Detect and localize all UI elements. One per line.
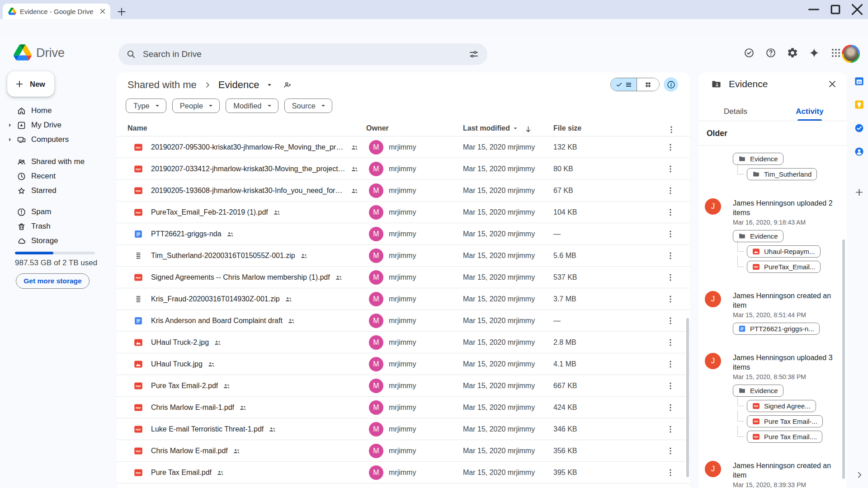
contacts-icon[interactable]: [854, 146, 864, 157]
row-more-options-icon[interactable]: [665, 164, 675, 174]
tasks-icon[interactable]: [854, 123, 864, 133]
activity-chip[interactable]: PDFPureTax_Email...: [747, 261, 821, 273]
row-more-options-icon[interactable]: [665, 316, 675, 326]
file-row[interactable]: PDFSigned Agreements -- Chris Marlow mem…: [117, 267, 690, 288]
new-button[interactable]: New: [7, 71, 54, 97]
filter-chip-source[interactable]: Source: [284, 99, 332, 113]
row-more-options-icon[interactable]: [665, 251, 675, 261]
window-minimize-button[interactable]: [803, 0, 825, 19]
file-row[interactable]: PDFPure Tax Email-2.pdfMmrjimmyMar 15, 2…: [117, 375, 690, 397]
file-row[interactable]: UHaul Truck-2.jpgMmrjimmyMar 15, 2020 mr…: [117, 332, 690, 353]
help-icon[interactable]: [765, 47, 777, 59]
file-name: Pure Tax Email-2.pdf: [151, 382, 218, 390]
grid-view-button[interactable]: [637, 78, 659, 91]
sidebar-item-trash[interactable]: Trash: [0, 219, 113, 234]
details-info-button[interactable]: [664, 77, 678, 92]
calendar-icon[interactable]: 31: [854, 76, 864, 86]
row-more-options-icon[interactable]: [665, 294, 675, 304]
breadcrumb-current-folder[interactable]: Evidence: [218, 79, 259, 91]
expand-chevron-icon[interactable]: [6, 122, 14, 129]
tab-activity[interactable]: Activity: [773, 102, 847, 121]
file-row[interactable]: Kris Anderson and Board Complaint draftM…: [117, 310, 690, 332]
row-more-options-icon[interactable]: [665, 424, 675, 434]
file-row[interactable]: PDFPure Tax Email.pdfMmrjimmyMar 15, 202…: [117, 462, 690, 483]
window-close-button[interactable]: [846, 0, 868, 19]
list-view-button[interactable]: [611, 78, 637, 91]
sidebar-item-home[interactable]: Home: [0, 103, 113, 118]
row-more-options-icon[interactable]: [665, 359, 675, 369]
file-row[interactable]: PDF20190205-193608-jhmarlow-kriskat30-In…: [117, 180, 690, 202]
row-more-options-icon[interactable]: [665, 207, 675, 217]
sort-direction-icon[interactable]: [524, 125, 533, 134]
account-avatar[interactable]: [842, 45, 860, 63]
row-more-options-icon[interactable]: [665, 338, 675, 347]
column-header-name[interactable]: Name: [127, 124, 147, 132]
activity-chip[interactable]: PDFPure Tax Email-...: [747, 415, 823, 427]
row-more-options-icon[interactable]: [665, 403, 675, 413]
sidebar-item-recent[interactable]: Recent: [0, 169, 113, 183]
apps-grid-icon[interactable]: [830, 47, 842, 59]
sidebar-item-shared-with-me[interactable]: Shared with me: [0, 155, 113, 169]
last-modified: Mar 15, 2020 mrjimmy: [463, 440, 535, 462]
row-more-options-icon[interactable]: [665, 468, 675, 478]
row-more-options-icon[interactable]: [665, 272, 675, 282]
tab-details[interactable]: Details: [698, 102, 773, 121]
row-more-options-icon[interactable]: [665, 381, 675, 391]
file-name: 20190205-193608-jhmarlow-kriskat30-Info_…: [151, 187, 346, 195]
search-options-icon[interactable]: [468, 49, 479, 60]
activity-chip[interactable]: PTT26621-griggs-n...: [733, 323, 820, 335]
activity-chip[interactable]: Uhaul-Repaym...: [747, 245, 821, 258]
row-more-options-icon[interactable]: [665, 446, 675, 456]
sidebar-item-spam[interactable]: Spam: [0, 205, 113, 219]
activity-chip[interactable]: PDFPure Tax Email....: [747, 431, 822, 443]
file-row[interactable]: PDFChris Marlow E-mail-1.pdfMmrjimmyMar …: [117, 397, 690, 418]
row-more-options-icon[interactable]: [665, 229, 675, 239]
window-maximize-button[interactable]: [825, 0, 846, 19]
row-more-options-icon[interactable]: [665, 142, 675, 152]
breadcrumb-shared-with-me[interactable]: Shared with me: [127, 79, 197, 91]
file-row[interactable]: PDFPureTax_Email_Feb-21-2019 (1).pdfMmrj…: [117, 202, 690, 223]
file-row[interactable]: PTT26621-griggs-ndaMmrjimmyMar 15, 2020 …: [117, 223, 690, 245]
hide-side-panel-icon[interactable]: [854, 470, 864, 480]
get-more-storage-button[interactable]: Get more storage: [16, 273, 90, 289]
settings-icon[interactable]: [787, 47, 798, 59]
gemini-icon[interactable]: [808, 47, 820, 59]
filter-chip-modified[interactable]: Modified: [226, 99, 278, 113]
file-row[interactable]: PDFChris Marlow E-mail.pdfMmrjimmyMar 15…: [117, 440, 690, 462]
tab-close-icon[interactable]: [99, 7, 107, 15]
header-more-options-icon[interactable]: [666, 125, 676, 135]
file-type-pdf-icon: PDF: [134, 164, 143, 174]
row-more-options-icon[interactable]: [665, 186, 675, 196]
close-panel-icon[interactable]: [827, 79, 838, 89]
filter-chip-type[interactable]: Type: [126, 99, 166, 113]
sidebar-item-my-drive[interactable]: My Drive: [0, 118, 113, 132]
column-header-last-modified[interactable]: Last modified: [463, 124, 519, 132]
folder-menu-caret-icon[interactable]: [265, 81, 274, 89]
file-row[interactable]: UHaul Truck.jpgMmrjimmyMar 15, 2020 mrji…: [117, 353, 690, 375]
search-input[interactable]: [143, 49, 468, 59]
drive-logo-icon[interactable]: [14, 44, 32, 61]
browser-tab[interactable]: Evidence - Google Drive: [3, 4, 110, 19]
sidebar-item-computers[interactable]: Computers: [0, 132, 113, 147]
file-row[interactable]: PDF20190207-095300-kriskat30-jhmarlow-Re…: [117, 136, 690, 158]
filter-chip-people[interactable]: People: [172, 99, 220, 113]
new-tab-button[interactable]: [116, 6, 127, 18]
file-list-scrollbar[interactable]: [686, 318, 689, 477]
sidebar-item-storage[interactable]: Storage: [0, 234, 113, 248]
keep-icon[interactable]: [854, 99, 864, 110]
search-bar[interactable]: [118, 43, 487, 65]
activity-scrollbar[interactable]: [842, 239, 845, 479]
sidebar-item-starred[interactable]: Starred: [0, 183, 113, 198]
availability-icon[interactable]: [743, 47, 755, 59]
file-row[interactable]: Kris_Fraud-20200316T014930Z-001.zipMmrji…: [117, 288, 690, 310]
get-add-ons-icon[interactable]: [854, 187, 864, 197]
file-row[interactable]: PDFLuke E-mail Terroristic Threat-1.pdfM…: [117, 418, 690, 440]
file-row[interactable]: PDF20190207-033412-jhmarlow-kriskat30-Mo…: [117, 158, 690, 180]
activity-chip[interactable]: Tim_Sutherland: [747, 168, 817, 180]
expand-chevron-icon[interactable]: [6, 136, 14, 143]
activity-chip[interactable]: PDFSigned Agree...: [747, 400, 816, 412]
file-row[interactable]: Tim_Sutherland-20200316T015055Z-001.zipM…: [117, 245, 690, 267]
expand-chevron-icon: [6, 187, 14, 194]
column-header-owner[interactable]: Owner: [366, 124, 389, 132]
column-header-file-size[interactable]: File size: [553, 124, 581, 132]
